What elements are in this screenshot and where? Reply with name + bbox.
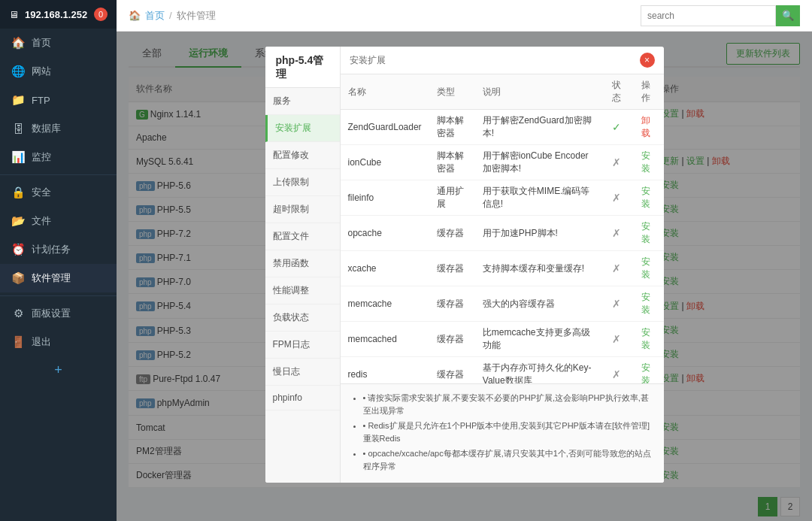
ext-col-name: 名称 xyxy=(341,74,429,110)
ext-status: ✗ xyxy=(604,180,634,216)
modal-nav-item-service[interactable]: 服务 xyxy=(265,88,340,115)
sidebar-item-files[interactable]: 📂文件 xyxy=(0,207,117,235)
ext-op-button[interactable]: 卸载 xyxy=(641,115,650,138)
sidebar-icon-ftp: 📁 xyxy=(11,93,26,107)
status-none: ✗ xyxy=(612,262,621,274)
sidebar-item-ftp[interactable]: 📁FTP xyxy=(0,86,117,114)
modal-nav: 服务安装扩展配置修改上传限制超时限制配置文件禁用函数性能调整负载状态FPM日志慢… xyxy=(265,88,340,410)
ext-op[interactable]: 安装 xyxy=(634,286,663,322)
ext-op[interactable]: 安装 xyxy=(634,216,663,251)
status-none: ✗ xyxy=(612,156,621,168)
modal-nav-item-disable_func[interactable]: 禁用函数 xyxy=(265,250,340,277)
breadcrumb-current: 软件管理 xyxy=(177,9,216,23)
sidebar-item-monitor[interactable]: 📊监控 xyxy=(0,143,117,171)
sidebar-add-button[interactable]: + xyxy=(0,356,117,384)
ext-op-button[interactable]: 安装 xyxy=(641,362,650,383)
sidebar-label-logout: 退出 xyxy=(32,335,51,349)
sidebar-icon-files: 📂 xyxy=(11,214,26,228)
modal-footer: • 请按实际需求安装扩展,不要安装不必要的PHP扩展,这会影响PHP执行效率,甚… xyxy=(341,383,664,483)
modal-scroll-area[interactable]: 名称 类型 说明 状态 操作 ZendGuardLoader 脚本解密器 用于解… xyxy=(341,74,664,383)
ext-table: 名称 类型 说明 状态 操作 ZendGuardLoader 脚本解密器 用于解… xyxy=(341,74,664,383)
ext-col-op: 操作 xyxy=(634,74,663,110)
ext-status: ✗ xyxy=(604,216,634,251)
topbar: 🏠 首页 / 软件管理 🔍 xyxy=(117,0,812,32)
ext-op[interactable]: 安装 xyxy=(634,322,663,357)
ext-type: 脚本解密器 xyxy=(429,145,475,180)
footer-note: • Redis扩展是只允许在1个PHP版本中使用,安装到其它PHP版本请在[软件… xyxy=(363,420,653,444)
sidebar-nav: 🏠首页🌐网站📁FTP🗄数据库📊监控🔒安全📂文件⏰计划任务📦软件管理⚙面板设置🚪退… xyxy=(0,29,117,356)
sidebar: 🖥 192.168.1.252 0 🏠首页🌐网站📁FTP🗄数据库📊监控🔒安全📂文… xyxy=(0,0,117,521)
sidebar-item-home[interactable]: 🏠首页 xyxy=(0,29,117,57)
modal-notes: • 请按实际需求安装扩展,不要安装不必要的PHP扩展,这会影响PHP执行效率,甚… xyxy=(351,392,653,472)
sidebar-header: 🖥 192.168.1.252 0 xyxy=(0,0,117,29)
sidebar-icon-database: 🗄 xyxy=(11,123,26,135)
modal-overlay[interactable]: php-5.4管理 服务安装扩展配置修改上传限制超时限制配置文件禁用函数性能调整… xyxy=(117,32,812,521)
sidebar-icon-software: 📦 xyxy=(11,271,26,285)
ext-op-button[interactable]: 安装 xyxy=(641,256,650,280)
sidebar-icon-panel: ⚙ xyxy=(11,307,26,320)
ext-name: ionCube xyxy=(341,145,429,180)
ext-op-button[interactable]: 安装 xyxy=(641,150,650,174)
sidebar-item-crontab[interactable]: ⏰计划任务 xyxy=(0,235,117,264)
modal-nav-item-slow_log[interactable]: 慢日志 xyxy=(265,359,340,386)
modal-nav-item-upload_limit[interactable]: 上传限制 xyxy=(265,169,340,196)
ext-col-type: 类型 xyxy=(429,74,475,110)
ext-name: xcache xyxy=(341,251,429,286)
sidebar-icon-security: 🔒 xyxy=(11,186,26,199)
ext-status: ✗ xyxy=(604,145,634,180)
modal-section-title: 安装扩展 xyxy=(350,54,386,67)
footer-note: • 请按实际需求安装扩展,不要安装不必要的PHP扩展,这会影响PHP执行效率,甚… xyxy=(363,392,653,416)
ext-desc: 比memcache支持更多高级功能 xyxy=(475,322,604,357)
modal-nav-item-config_file[interactable]: 配置文件 xyxy=(265,223,340,250)
ext-op[interactable]: 安装 xyxy=(634,357,663,384)
ext-op-button[interactable]: 安装 xyxy=(641,186,650,209)
sidebar-item-website[interactable]: 🌐网站 xyxy=(0,57,117,86)
sidebar-item-logout[interactable]: 🚪退出 xyxy=(0,328,117,356)
ext-name: redis xyxy=(341,357,429,384)
breadcrumb-sep: / xyxy=(169,10,172,21)
search-button[interactable]: 🔍 xyxy=(776,5,800,26)
modal-nav-item-config_edit[interactable]: 配置修改 xyxy=(265,142,340,169)
ext-row: redis 缓存器 基于内存亦可持久化的Key-Value数据库 ✗ 安装 xyxy=(341,357,664,384)
search-input[interactable] xyxy=(641,5,776,26)
modal-nav-item-timeout[interactable]: 超时限制 xyxy=(265,196,340,223)
sidebar-icon-home: 🏠 xyxy=(11,36,26,50)
status-none: ✗ xyxy=(612,298,621,310)
ext-op[interactable]: 安装 xyxy=(634,145,663,180)
sidebar-item-panel[interactable]: ⚙面板设置 xyxy=(0,299,117,328)
search-bar: 🔍 xyxy=(641,5,800,26)
ext-op-button[interactable]: 安装 xyxy=(641,327,650,350)
ext-row: xcache 缓存器 支持脚本缓存和变量缓存! ✗ 安装 xyxy=(341,251,664,286)
ext-type: 缓存器 xyxy=(429,357,475,384)
ext-type: 缓存器 xyxy=(429,286,475,322)
ext-op-button[interactable]: 安装 xyxy=(641,221,650,244)
sidebar-icon-monitor: 📊 xyxy=(11,150,26,164)
modal-nav-item-install_ext[interactable]: 安装扩展 xyxy=(265,115,340,142)
ext-row: opcache 缓存器 用于加速PHP脚本! ✗ 安装 xyxy=(341,216,664,251)
modal-nav-item-fpm_log[interactable]: FPM日志 xyxy=(265,332,340,359)
breadcrumb-home[interactable]: 首页 xyxy=(145,9,165,23)
modal-nav-item-load_status[interactable]: 负载状态 xyxy=(265,304,340,332)
ext-desc: 用于解密ZendGuard加密脚本! xyxy=(475,110,604,145)
ext-desc: 用于获取文件MIME.编码等信息! xyxy=(475,180,604,216)
modal-close-button[interactable]: × xyxy=(640,53,655,68)
ext-name: memcache xyxy=(341,286,429,322)
sidebar-item-database[interactable]: 🗄数据库 xyxy=(0,114,117,143)
sidebar-label-files: 文件 xyxy=(32,214,51,228)
ext-op-button[interactable]: 安装 xyxy=(641,292,650,315)
sidebar-label-ftp: FTP xyxy=(32,95,50,106)
modal-title: php-5.4管理 xyxy=(265,47,340,88)
ext-op[interactable]: 安装 xyxy=(634,180,663,216)
ext-op[interactable]: 卸载 xyxy=(634,110,663,145)
modal-body-header: 安装扩展 × xyxy=(341,47,664,74)
ext-desc: 支持脚本缓存和变量缓存! xyxy=(475,251,604,286)
sidebar-label-monitor: 监控 xyxy=(32,150,51,164)
status-installed: ✓ xyxy=(612,121,621,133)
sidebar-badge: 0 xyxy=(94,8,108,21)
modal-nav-item-phpinfo[interactable]: phpinfo xyxy=(265,386,340,410)
ext-op[interactable]: 安装 xyxy=(634,251,663,286)
sidebar-item-software[interactable]: 📦软件管理 xyxy=(0,264,117,292)
modal-nav-item-perf_tune[interactable]: 性能调整 xyxy=(265,277,340,304)
sidebar-item-security[interactable]: 🔒安全 xyxy=(0,178,117,207)
ext-row: fileinfo 通用扩展 用于获取文件MIME.编码等信息! ✗ 安装 xyxy=(341,180,664,216)
